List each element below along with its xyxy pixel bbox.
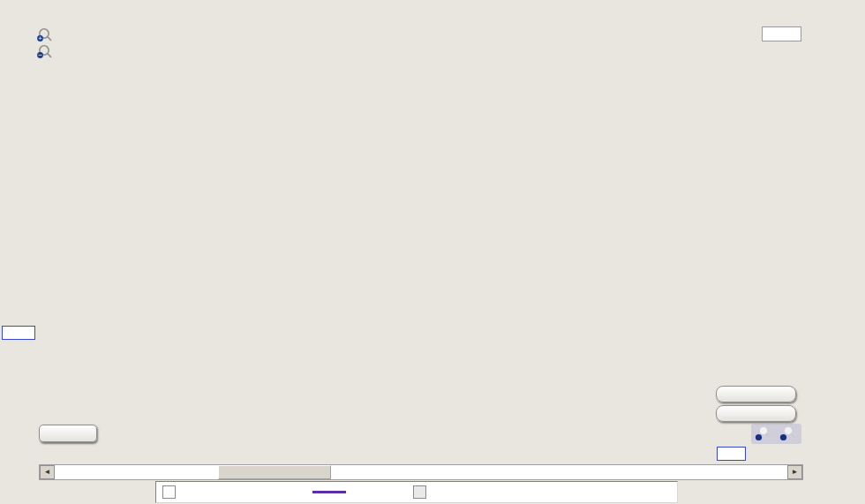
overlay-checkbox[interactable]: [413, 485, 426, 499]
horizontal-scrollbar[interactable]: ◄ ►: [39, 464, 803, 480]
app-window: + − ◄ ►: [0, 0, 865, 504]
svg-text:−: −: [38, 51, 42, 59]
trace-color-swatch: [312, 491, 346, 493]
zoom-out-icon[interactable]: −: [36, 44, 53, 61]
trace-status-bar: [155, 481, 678, 503]
freq-range-20-20000-button[interactable]: [716, 405, 796, 422]
scroll-right-button[interactable]: ►: [787, 465, 802, 479]
scroll-left-button[interactable]: ◄: [40, 465, 55, 479]
graph-zoom-in-icon: [780, 434, 786, 440]
graph-zoom-panel: [751, 424, 801, 444]
trace-visible-checkbox[interactable]: [162, 485, 176, 499]
waterfall-chart[interactable]: [0, 0, 865, 504]
window-length-box[interactable]: [762, 26, 801, 41]
cursor-level-box: [2, 326, 35, 340]
graph-zoom-out-icon: [756, 434, 762, 440]
cursor-freq-box: [717, 447, 746, 461]
zoom-in-icon[interactable]: +: [36, 27, 53, 44]
svg-text:+: +: [38, 34, 42, 42]
scrollbar-thumb[interactable]: [218, 465, 331, 479]
freq-range-10-200-button[interactable]: [716, 386, 796, 402]
generate-button[interactable]: [39, 425, 97, 442]
